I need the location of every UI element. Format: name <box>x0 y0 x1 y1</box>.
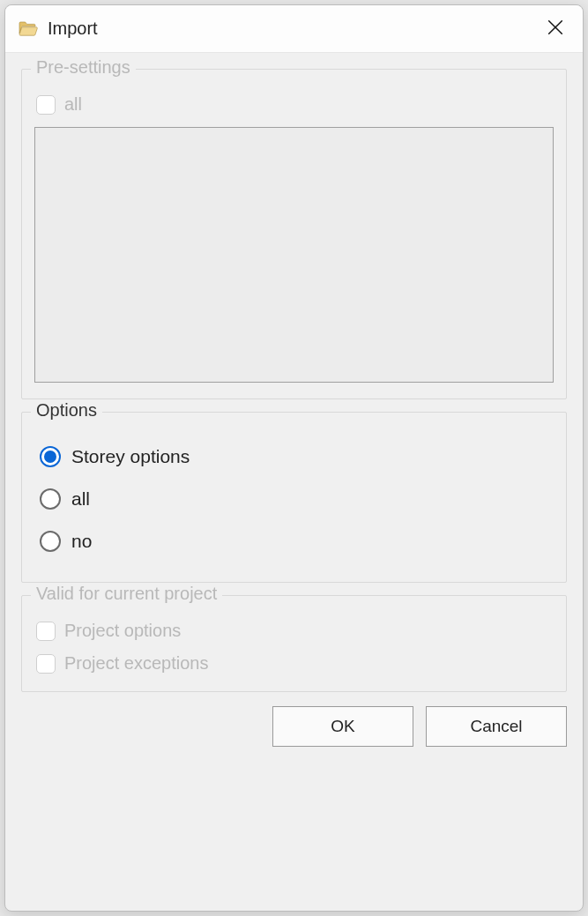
option-all[interactable]: all <box>40 488 554 510</box>
close-button[interactable] <box>535 9 576 49</box>
radio-label: no <box>71 531 92 552</box>
import-dialog: Import Pre-settings all Options <box>4 4 584 912</box>
dialog-body: Pre-settings all Options Storey options … <box>5 53 583 911</box>
project-exceptions-checkbox: Project exceptions <box>36 653 554 674</box>
checkbox-icon <box>36 95 56 115</box>
option-storey[interactable]: Storey options <box>40 446 554 467</box>
folder-open-icon <box>18 19 39 40</box>
presettings-all-checkbox: all <box>36 94 554 115</box>
dialog-title: Import <box>48 19 535 39</box>
presettings-listbox <box>34 127 554 383</box>
options-group: Options Storey options all no <box>21 412 567 583</box>
project-options-checkbox: Project options <box>36 621 554 641</box>
option-no[interactable]: no <box>40 531 554 552</box>
radio-icon <box>40 446 61 467</box>
radio-label: all <box>71 488 90 510</box>
ok-button[interactable]: OK <box>272 706 413 747</box>
radio-icon <box>40 488 61 510</box>
titlebar: Import <box>5 5 583 53</box>
valid-project-legend: Valid for current project <box>31 584 222 604</box>
presettings-group: Pre-settings all <box>21 69 567 399</box>
valid-project-group: Valid for current project Project option… <box>21 595 567 692</box>
close-icon <box>546 18 565 41</box>
checkbox-icon <box>36 622 56 641</box>
radio-icon <box>40 531 61 552</box>
checkbox-label: all <box>64 94 82 115</box>
presettings-legend: Pre-settings <box>31 57 136 78</box>
options-legend: Options <box>31 400 102 421</box>
radio-label: Storey options <box>71 446 190 467</box>
dialog-buttons: OK Cancel <box>21 706 567 747</box>
checkbox-label: Project options <box>64 621 181 641</box>
cancel-button[interactable]: Cancel <box>426 706 567 747</box>
checkbox-icon <box>36 654 56 674</box>
checkbox-label: Project exceptions <box>64 653 208 674</box>
